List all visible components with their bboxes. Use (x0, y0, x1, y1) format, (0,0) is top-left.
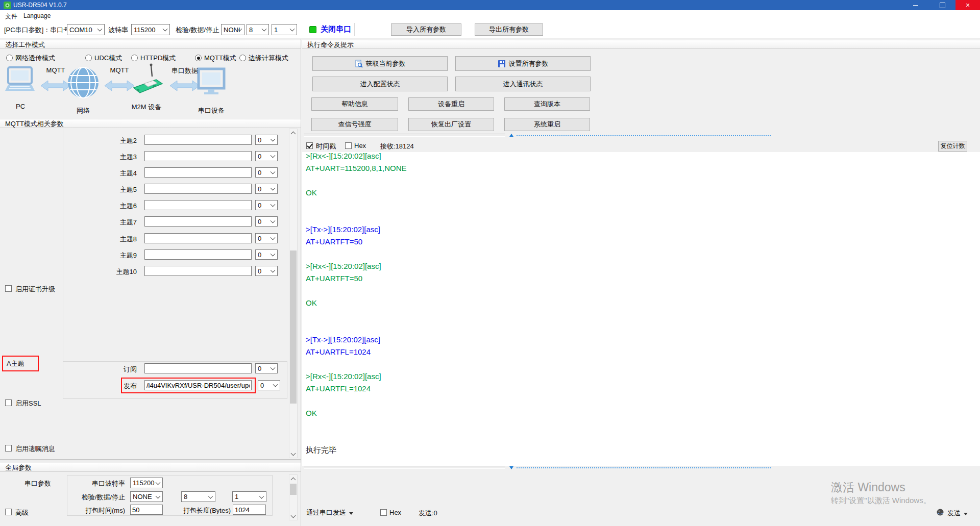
subscribe-input[interactable] (144, 363, 252, 373)
topic-label: 主题5 (97, 185, 137, 194)
export-params-button[interactable]: 导出所有参数 (475, 23, 543, 36)
log-splitter-bar[interactable] (304, 134, 505, 137)
scrollbar-thumb[interactable] (290, 251, 297, 404)
send-icon (936, 508, 944, 518)
com-port-combo[interactable]: COM10 (67, 24, 105, 35)
radio-mode-3[interactable] (131, 55, 138, 61)
globe-icon (68, 67, 99, 98)
send-hex-checkbox[interactable] (380, 509, 387, 516)
pack-len-input[interactable] (233, 505, 266, 515)
scroll-down-icon[interactable] (289, 512, 297, 520)
topic-input-5[interactable] (144, 184, 252, 194)
topic-input-6[interactable] (144, 200, 252, 210)
mqtt-params-scrollbar[interactable] (289, 129, 298, 458)
close-button[interactable]: × (955, 0, 980, 10)
topic-input-7[interactable] (144, 216, 252, 227)
splitter-collapse-up-icon[interactable] (509, 134, 513, 137)
scroll-up-icon[interactable] (289, 475, 297, 483)
topic-input-8[interactable] (144, 233, 252, 243)
topic-qos-combo-9[interactable]: 0 (255, 249, 278, 260)
scrollbar-thumb[interactable] (290, 484, 297, 495)
topic-input-3[interactable] (144, 151, 252, 161)
topic-label: 主题6 (97, 202, 137, 211)
scroll-down-icon[interactable] (289, 450, 297, 458)
import-params-button[interactable]: 导入所有参数 (391, 23, 461, 36)
topic-qos-combo-3[interactable]: 0 (255, 151, 278, 161)
timestamp-checkbox[interactable] (306, 142, 313, 149)
ssl-checkbox[interactable] (5, 399, 12, 406)
topic-label: 主题4 (97, 169, 137, 178)
send-via-serial-dropdown[interactable]: 通过串口发送 (306, 508, 353, 517)
reset-count-button[interactable]: 复位计数 (938, 141, 967, 152)
button-label: 系统重启 (534, 120, 560, 129)
get-current-params-button[interactable]: 获取当前参数 (312, 56, 448, 71)
button-label: 进入配置状态 (360, 80, 400, 89)
g-parity-combo[interactable]: NONE (130, 491, 163, 502)
log-splitter-dotted[interactable] (517, 135, 771, 136)
splitter-collapse-down-icon[interactable] (509, 466, 513, 469)
send-splitter-dotted[interactable] (517, 467, 771, 468)
global-params-scrollbar[interactable] (289, 474, 298, 520)
send-button[interactable]: 发送 (947, 509, 968, 518)
close-serial-button[interactable]: 关闭串口 (321, 24, 351, 34)
g-stopbits-combo[interactable]: 1 (232, 491, 266, 502)
minimize-button[interactable] (902, 0, 929, 10)
cert-upgrade-checkbox[interactable] (5, 285, 12, 292)
stopbits-combo[interactable]: 1 (272, 24, 297, 35)
title-bar[interactable]: USR-DR504 V1.0.7 × (0, 0, 980, 10)
enter-comm-state-button[interactable]: 进入通讯状态 (455, 77, 591, 91)
log-output[interactable]: >[Rx<-][15:20:02][asc]AT+UART=115200,8,1… (302, 152, 980, 466)
log-line (302, 248, 980, 260)
panel-separator[interactable] (301, 39, 301, 526)
topic-qos-combo-4[interactable]: 0 (255, 167, 278, 178)
radio-mode-4[interactable] (195, 55, 202, 61)
log-hex-checkbox[interactable] (345, 142, 352, 149)
query-version-button[interactable]: 查询版本 (504, 97, 590, 111)
radio-mode-5[interactable] (239, 55, 246, 61)
topic-qos-combo-7[interactable]: 0 (255, 216, 278, 227)
left-splitter[interactable] (0, 459, 301, 462)
databits-combo[interactable]: 8 (247, 24, 269, 35)
set-all-params-button[interactable]: 设置所有参数 (455, 56, 591, 71)
subscribe-qos-combo[interactable]: 0 (255, 363, 278, 373)
pack-len-label: 打包长度(Bytes) (168, 506, 231, 515)
sent-count: 发送:0 (419, 509, 437, 518)
topic-input-4[interactable] (144, 167, 252, 178)
advanced-checkbox[interactable] (5, 509, 12, 515)
topic-label: 主题8 (97, 235, 137, 244)
device-restart-button[interactable]: 设备重启 (408, 97, 494, 111)
radio-mode-1[interactable] (6, 55, 13, 61)
pack-time-input[interactable] (130, 505, 163, 515)
topic-input-9[interactable] (144, 249, 252, 260)
help-info-button[interactable]: 帮助信息 (311, 97, 398, 111)
scroll-up-icon[interactable] (289, 129, 297, 137)
g-databits-combo[interactable]: 8 (181, 491, 215, 502)
factory-reset-button[interactable]: 恢复出厂设置 (408, 118, 494, 131)
received-count: 接收:18124 (380, 142, 414, 151)
topic-qos-combo-10[interactable]: 0 (255, 266, 278, 276)
query-signal-button[interactable]: 查信号强度 (311, 118, 398, 131)
topic-qos-combo-8[interactable]: 0 (255, 233, 278, 243)
enter-config-state-button[interactable]: 进入配置状态 (312, 77, 448, 91)
system-restart-button[interactable]: 系统重启 (504, 118, 590, 131)
radio-mode-2[interactable] (85, 55, 92, 61)
send-splitter-bar[interactable] (304, 466, 505, 469)
menu-language[interactable]: Language (21, 11, 53, 20)
publish-input[interactable] (144, 380, 252, 390)
will-message-checkbox[interactable] (5, 445, 12, 452)
send-hex-label: Hex (389, 509, 401, 516)
publish-qos-combo[interactable]: 0 (258, 380, 280, 390)
topic-input-2[interactable] (144, 135, 252, 145)
menu-file[interactable]: 文件 (3, 11, 19, 22)
parity-combo[interactable]: NONI (221, 24, 244, 35)
topic-qos-combo-2[interactable]: 0 (255, 135, 278, 145)
g-baud-label: 串口波特率 (71, 479, 125, 488)
topic-input-10[interactable] (144, 266, 252, 276)
topic-qos-combo-6[interactable]: 0 (255, 200, 278, 210)
g-baud-combo[interactable]: 115200 (130, 478, 163, 488)
maximize-button[interactable] (929, 0, 955, 10)
baud-combo[interactable]: 115200 (131, 24, 170, 35)
ssl-label: 启用SSL (15, 399, 41, 408)
topic-qos-combo-5[interactable]: 0 (255, 184, 278, 194)
pack-time-label: 打包时间(ms) (71, 506, 125, 515)
